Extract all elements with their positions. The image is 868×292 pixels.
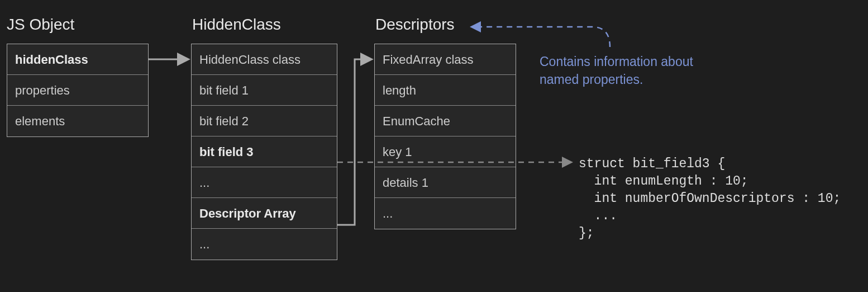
cell-key1: key 1 xyxy=(375,136,516,167)
cell-hiddenclass-class: HiddenClass class xyxy=(192,44,337,75)
cell-ellipsis2: ... xyxy=(192,229,337,260)
cell-bitfield3: bit field 3 xyxy=(192,136,337,167)
heading-descriptors: Descriptors xyxy=(375,16,455,34)
descriptors-box: FixedArray class length EnumCache key 1 … xyxy=(374,44,516,229)
heading-jsobject: JS Object xyxy=(7,16,74,34)
cell-ellipsis: ... xyxy=(375,198,516,229)
cell-details1: details 1 xyxy=(375,167,516,198)
cell-length: length xyxy=(375,75,516,106)
cell-bitfield1: bit field 1 xyxy=(192,75,337,106)
heading-hiddenclass: HiddenClass xyxy=(192,16,281,34)
cell-bitfield2: bit field 2 xyxy=(192,106,337,136)
annotation-text: Contains information about named propert… xyxy=(540,53,693,88)
arrow-descriptorarray-to-descriptors xyxy=(337,59,371,225)
cell-properties: properties xyxy=(7,75,148,106)
cell-descriptorarray: Descriptor Array xyxy=(192,198,337,229)
annotation-line1: Contains information about xyxy=(540,54,693,69)
struct-code: struct bit_field3 { int enumLength : 10;… xyxy=(579,156,841,242)
code-line3: int numberOfOwnDescriptors : 10; xyxy=(579,191,841,206)
cell-hiddenclass: hiddenClass xyxy=(7,44,148,75)
cell-elements: elements xyxy=(7,106,148,136)
code-line1: struct bit_field3 { xyxy=(579,157,725,171)
code-line2: int enumLength : 10; xyxy=(579,174,748,189)
code-line5: }; xyxy=(579,226,594,241)
cell-ellipsis1: ... xyxy=(192,167,337,198)
code-line4: ... xyxy=(579,209,617,223)
annotation-line2: named properties. xyxy=(540,72,643,87)
hiddenclass-box: HiddenClass class bit field 1 bit field … xyxy=(191,44,337,260)
cell-fixedarray-class: FixedArray class xyxy=(375,44,516,75)
cell-enumcache: EnumCache xyxy=(375,106,516,136)
jsobject-box: hiddenClass properties elements xyxy=(7,44,149,137)
